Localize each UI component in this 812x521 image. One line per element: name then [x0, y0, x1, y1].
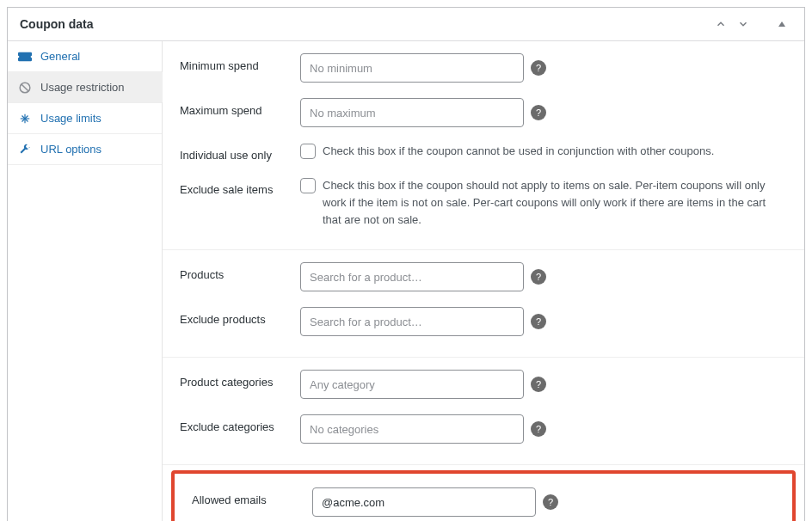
individual-use-text: Check this box if the coupon cannot be u… — [323, 143, 714, 160]
individual-use-label: Individual use only — [180, 143, 300, 162]
help-icon[interactable]: ? — [531, 314, 546, 329]
block-icon — [18, 82, 32, 94]
svg-marker-0 — [778, 21, 785, 27]
tab-usage-restriction[interactable]: Usage restriction — [8, 72, 162, 103]
ticket-icon — [18, 52, 32, 62]
help-icon[interactable]: ? — [531, 421, 546, 437]
allowed-emails-highlight: Allowed emails ? — [171, 470, 796, 521]
product-categories-input[interactable] — [300, 370, 524, 399]
exclude-sale-items-label: Exclude sale items — [180, 177, 300, 196]
products-section: Products ? Exclude products ? — [163, 250, 804, 358]
minimum-spend-input[interactable] — [300, 53, 524, 83]
product-categories-label: Product categories — [180, 370, 300, 389]
tab-url-options[interactable]: URL options — [8, 134, 162, 165]
spend-section: Minimum spend ? Maximum spend ? Individu… — [163, 41, 804, 250]
help-icon[interactable]: ? — [531, 60, 546, 76]
limits-icon — [18, 113, 32, 125]
svg-line-2 — [22, 83, 28, 90]
panel-move-down-icon[interactable] — [732, 16, 754, 32]
help-icon[interactable]: ? — [531, 269, 546, 285]
tab-label: Usage limits — [40, 112, 102, 125]
allowed-emails-input[interactable] — [312, 487, 536, 517]
exclude-products-label: Exclude products — [180, 307, 300, 326]
allowed-emails-label: Allowed emails — [192, 487, 312, 506]
help-icon[interactable]: ? — [531, 105, 546, 120]
panel-title: Coupon data — [20, 17, 710, 31]
exclude-categories-input[interactable] — [300, 414, 524, 444]
maximum-spend-input[interactable] — [300, 98, 524, 127]
exclude-products-input[interactable] — [300, 307, 524, 336]
tab-content: Minimum spend ? Maximum spend ? Individu… — [163, 41, 804, 521]
exclude-sale-items-checkbox[interactable] — [300, 178, 316, 193]
help-icon[interactable]: ? — [531, 377, 546, 392]
maximum-spend-label: Maximum spend — [180, 98, 300, 117]
panel-body: General Usage restriction Usage limits — [8, 41, 804, 521]
panel-move-up-icon[interactable] — [710, 16, 732, 32]
individual-use-checkbox[interactable] — [300, 144, 316, 159]
panel-header: Coupon data — [8, 8, 804, 41]
tab-label: Usage restriction — [40, 81, 125, 94]
tab-label: URL options — [40, 143, 102, 156]
products-label: Products — [180, 262, 300, 281]
minimum-spend-label: Minimum spend — [180, 53, 300, 72]
coupon-data-panel: Coupon data General — [7, 7, 805, 521]
coupon-tabs-sidebar: General Usage restriction Usage limits — [8, 41, 163, 521]
exclude-sale-items-text: Check this box if the coupon should not … — [323, 177, 787, 229]
products-input[interactable] — [300, 262, 524, 291]
tab-general[interactable]: General — [8, 41, 162, 72]
wrench-icon — [18, 144, 32, 156]
categories-section: Product categories ? Exclude categories … — [163, 358, 804, 465]
tab-label: General — [40, 50, 80, 63]
help-icon[interactable]: ? — [543, 494, 558, 510]
exclude-categories-label: Exclude categories — [180, 414, 300, 433]
tab-usage-limits[interactable]: Usage limits — [8, 103, 162, 134]
panel-collapse-icon[interactable] — [772, 17, 792, 31]
